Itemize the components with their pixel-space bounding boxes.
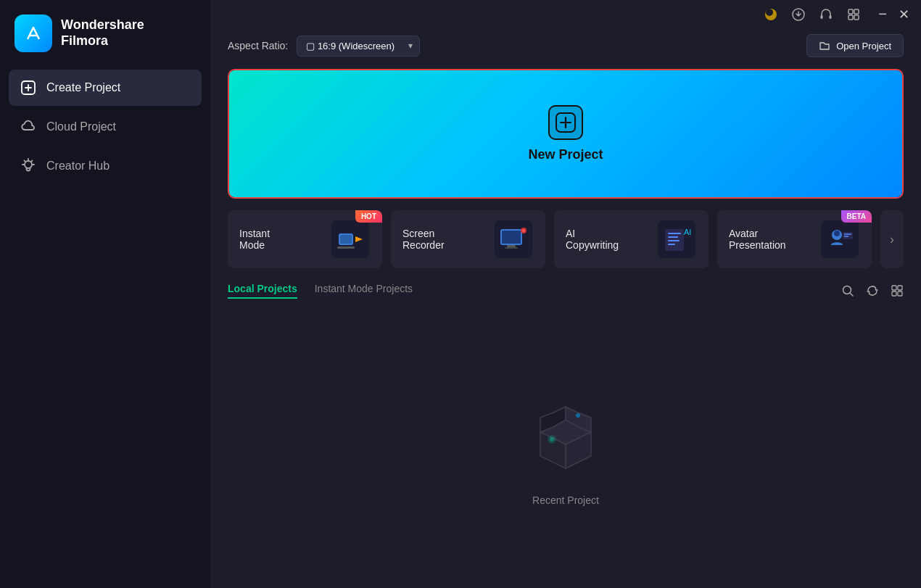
logo-area: Wondershare Filmora xyxy=(0,0,210,70)
sidebar-label-cloud-project: Cloud Project xyxy=(46,120,116,133)
svg-rect-37 xyxy=(668,240,680,241)
titlebar: − ✕ xyxy=(210,0,921,28)
aspect-ratio-label: Aspect Ratio: xyxy=(228,40,288,51)
svg-rect-38 xyxy=(668,244,675,245)
svg-point-10 xyxy=(766,9,773,16)
download-icon[interactable] xyxy=(791,7,806,22)
sidebar-label-creator-hub: Creator Hub xyxy=(46,160,110,173)
plus-circle-icon xyxy=(20,80,36,96)
avatar-presentation-icon xyxy=(819,219,860,260)
beta-badge: BETA xyxy=(841,210,872,223)
new-project-inner: New Project xyxy=(229,70,902,197)
main-content: − ✕ Aspect Ratio: ▢ 16:9 (Widescreen) ▢ … xyxy=(210,0,921,588)
svg-point-54 xyxy=(576,413,580,418)
svg-rect-50 xyxy=(892,291,896,296)
lightbulb-icon xyxy=(20,158,36,174)
svg-rect-43 xyxy=(843,232,853,239)
ai-copywriting-label: AI Copywriting xyxy=(566,228,624,251)
aspect-select-wrapper[interactable]: ▢ 16:9 (Widescreen) ▢ 9:16 (Portrait) ▢ … xyxy=(297,36,420,57)
projects-section-header: Local Projects Instant Mode Projects xyxy=(228,283,904,299)
svg-rect-29 xyxy=(507,245,516,247)
sidebar-item-create-project[interactable]: Create Project xyxy=(9,70,202,106)
search-icon[interactable] xyxy=(841,284,854,297)
titlebar-icons xyxy=(764,7,861,22)
instant-mode-icon xyxy=(330,219,371,260)
chevron-right-icon: › xyxy=(890,232,894,247)
projects-tabs: Local Projects Instant Mode Projects xyxy=(228,283,413,299)
new-project-banner[interactable]: New Project xyxy=(228,69,904,199)
grid-icon[interactable] xyxy=(846,7,861,22)
app-name: Wondershare Filmora xyxy=(61,17,144,49)
window-controls: − ✕ xyxy=(878,6,909,22)
open-project-label: Open Project xyxy=(836,41,891,51)
svg-point-53 xyxy=(550,437,554,442)
svg-rect-12 xyxy=(821,15,823,19)
empty-box-icon xyxy=(522,396,609,483)
tab-instant-mode-projects[interactable]: Instant Mode Projects xyxy=(315,283,413,299)
svg-line-7 xyxy=(31,160,32,161)
screen-recorder-label: Screen Recorder xyxy=(402,228,460,251)
app-title-line2: Filmora xyxy=(61,33,144,49)
svg-point-42 xyxy=(834,231,840,236)
svg-rect-28 xyxy=(502,231,521,244)
content-area: Aspect Ratio: ▢ 16:9 (Widescreen) ▢ 9:16… xyxy=(210,28,921,588)
svg-rect-40 xyxy=(821,220,859,258)
svg-rect-16 xyxy=(848,15,853,20)
sidebar-item-creator-hub[interactable]: Creator Hub xyxy=(9,148,202,184)
svg-rect-30 xyxy=(505,247,518,249)
svg-rect-17 xyxy=(854,15,859,20)
new-project-icon xyxy=(548,105,583,140)
feature-card-ai-copywriting[interactable]: AI Copywriting AI xyxy=(554,210,709,268)
svg-point-3 xyxy=(25,161,32,168)
svg-rect-32 xyxy=(522,229,525,232)
grid-view-icon[interactable] xyxy=(891,284,904,297)
cloud-icon xyxy=(20,119,36,135)
tab-local-projects[interactable]: Local Projects xyxy=(228,283,297,299)
app-title-line1: Wondershare xyxy=(61,17,144,33)
close-button[interactable]: ✕ xyxy=(899,7,909,22)
feature-card-instant-mode[interactable]: HOT Instant Mode xyxy=(228,210,382,268)
new-project-label: New Project xyxy=(528,147,603,162)
svg-rect-36 xyxy=(668,236,678,238)
svg-rect-14 xyxy=(848,9,853,14)
header-bar: Aspect Ratio: ▢ 16:9 (Widescreen) ▢ 9:16… xyxy=(228,34,904,57)
svg-line-8 xyxy=(24,160,25,161)
svg-rect-23 xyxy=(340,235,352,244)
projects-tools xyxy=(841,284,904,297)
screen-recorder-icon xyxy=(493,219,534,260)
minimize-button[interactable]: − xyxy=(878,6,887,22)
feature-card-avatar-presentation[interactable]: BETA Avatar Presentation xyxy=(717,210,872,268)
aspect-ratio-section: Aspect Ratio: ▢ 16:9 (Widescreen) ▢ 9:16… xyxy=(228,36,420,57)
moon-icon[interactable] xyxy=(764,7,778,22)
refresh-icon[interactable] xyxy=(866,284,879,297)
feature-cards: HOT Instant Mode Screen Recorder xyxy=(228,210,904,268)
sidebar-item-cloud-project[interactable]: Cloud Project xyxy=(9,109,202,145)
recent-project-label: Recent Project xyxy=(532,494,599,506)
avatar-presentation-label: Avatar Presentation xyxy=(729,228,787,251)
instant-mode-label: Instant Mode xyxy=(239,228,297,251)
feature-card-screen-recorder[interactable]: Screen Recorder xyxy=(391,210,545,268)
svg-rect-48 xyxy=(892,286,896,290)
sidebar: Wondershare Filmora Create Project Cloud… xyxy=(0,0,210,588)
empty-state: Recent Project xyxy=(228,310,904,576)
svg-rect-51 xyxy=(898,291,902,296)
ai-copywriting-icon: AI xyxy=(656,219,697,260)
hot-badge: HOT xyxy=(355,210,382,223)
svg-line-47 xyxy=(850,293,853,296)
svg-rect-35 xyxy=(668,233,681,234)
headset-icon[interactable] xyxy=(819,7,833,22)
svg-rect-49 xyxy=(898,286,902,290)
sidebar-navigation: Create Project Cloud Project xyxy=(0,70,210,184)
svg-rect-15 xyxy=(854,9,859,14)
sidebar-label-create-project: Create Project xyxy=(46,81,120,94)
svg-rect-13 xyxy=(830,15,832,19)
svg-text:AI: AI xyxy=(684,228,691,236)
open-project-button[interactable]: Open Project xyxy=(806,34,904,57)
app-logo-icon xyxy=(15,15,52,52)
svg-rect-25 xyxy=(337,247,355,249)
aspect-ratio-select[interactable]: ▢ 16:9 (Widescreen) ▢ 9:16 (Portrait) ▢ … xyxy=(297,36,420,57)
feature-cards-next-button[interactable]: › xyxy=(880,210,904,268)
